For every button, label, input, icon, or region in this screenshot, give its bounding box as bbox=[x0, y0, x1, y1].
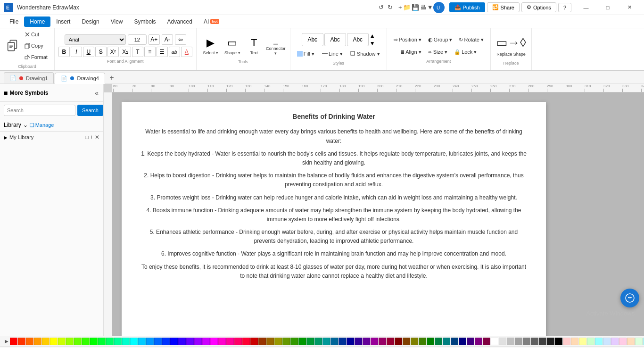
color-swatch-76[interactable] bbox=[619, 338, 627, 345]
copy-button[interactable]: Copy bbox=[22, 41, 50, 51]
menu-advanced[interactable]: Advanced bbox=[162, 17, 198, 27]
color-swatch-39[interactable] bbox=[322, 338, 330, 345]
italic-button[interactable]: I bbox=[71, 47, 82, 57]
options-button[interactable]: ⚙ Options bbox=[521, 2, 556, 12]
color-swatch-74[interactable] bbox=[603, 338, 611, 345]
new-btn[interactable]: + bbox=[398, 4, 402, 11]
my-library-view-button[interactable]: □ bbox=[85, 134, 89, 141]
color-swatch-7[interactable] bbox=[66, 338, 74, 345]
color-swatch-53[interactable] bbox=[435, 338, 442, 345]
search-input[interactable] bbox=[4, 105, 75, 116]
color-swatch-60[interactable] bbox=[491, 338, 498, 345]
color-swatch-65[interactable] bbox=[531, 338, 538, 345]
superscript-button[interactable]: X² bbox=[107, 47, 119, 57]
color-swatch-55[interactable] bbox=[451, 338, 458, 345]
color-swatch-21[interactable] bbox=[178, 338, 186, 345]
color-swatch-59[interactable] bbox=[483, 338, 490, 345]
connector-button[interactable]: ⎯ Connector ▾ bbox=[265, 34, 286, 58]
my-library-row[interactable]: ▶ My Library □ + ✕ bbox=[0, 132, 103, 143]
color-swatch-44[interactable] bbox=[363, 338, 370, 345]
text-effect-button[interactable]: ab bbox=[169, 47, 180, 57]
styles-scroll-down[interactable]: ▼ bbox=[370, 40, 375, 47]
color-swatch-77[interactable] bbox=[627, 338, 635, 345]
my-library-remove-button[interactable]: ✕ bbox=[95, 134, 99, 141]
color-swatch-47[interactable] bbox=[387, 338, 394, 345]
color-swatch-66[interactable] bbox=[539, 338, 546, 345]
color-swatch-37[interactable] bbox=[306, 338, 314, 345]
color-swatch-48[interactable] bbox=[395, 338, 402, 345]
color-swatch-40[interactable] bbox=[330, 338, 338, 345]
open-btn[interactable]: 📁 bbox=[403, 4, 411, 11]
color-swatch-73[interactable] bbox=[595, 338, 603, 345]
color-swatch-16[interactable] bbox=[138, 338, 146, 345]
manage-button[interactable]: ❏ Manage bbox=[30, 122, 54, 128]
color-swatch-71[interactable] bbox=[579, 338, 586, 345]
group-button[interactable]: ◐ Group ▾ bbox=[425, 34, 455, 45]
color-swatch-12[interactable] bbox=[106, 338, 114, 345]
color-swatch-6[interactable] bbox=[58, 338, 66, 345]
format-painter-button[interactable]: Format bbox=[22, 52, 50, 62]
color-swatch-41[interactable] bbox=[339, 338, 346, 345]
shadow-button[interactable]: Shadow ▾ bbox=[347, 49, 383, 59]
color-swatch-18[interactable] bbox=[154, 338, 162, 345]
color-swatch-31[interactable] bbox=[258, 338, 266, 345]
color-swatch-63[interactable] bbox=[515, 338, 522, 345]
strikethrough-button[interactable]: S bbox=[95, 47, 107, 57]
color-swatch-20[interactable] bbox=[170, 338, 178, 345]
color-swatch-49[interactable] bbox=[403, 338, 410, 345]
add-tab-button[interactable]: + bbox=[106, 72, 117, 83]
tab-drawing4[interactable]: 📄 Drawing4 bbox=[55, 73, 105, 84]
share-button[interactable]: 🔁 Share bbox=[487, 2, 520, 12]
color-swatch-14[interactable] bbox=[122, 338, 130, 345]
style-swatch-1[interactable]: Abc bbox=[302, 33, 323, 46]
color-swatch-2[interactable] bbox=[26, 338, 33, 345]
close-button[interactable]: ✕ bbox=[619, 0, 640, 15]
color-swatch-38[interactable] bbox=[314, 338, 322, 345]
color-swatch-26[interactable] bbox=[218, 338, 226, 345]
text-style-button[interactable]: T bbox=[132, 47, 143, 57]
position-button[interactable]: ⇨ Position ▾ bbox=[391, 34, 424, 45]
help-button[interactable]: ? bbox=[558, 3, 571, 12]
paste-button[interactable] bbox=[4, 34, 21, 58]
publish-button[interactable]: 📤 Publish bbox=[449, 2, 485, 12]
color-swatch-68[interactable] bbox=[555, 338, 562, 345]
replace-shape-button[interactable]: ▭→◊ Replace Shape bbox=[495, 33, 528, 59]
color-swatch-46[interactable] bbox=[379, 338, 386, 345]
color-swatch-27[interactable] bbox=[226, 338, 234, 345]
color-swatch-5[interactable] bbox=[50, 338, 58, 345]
color-swatch-17[interactable] bbox=[146, 338, 154, 345]
color-swatch-34[interactable] bbox=[282, 338, 290, 345]
palette-arrow-icon[interactable]: ▶ bbox=[4, 339, 9, 344]
rotate-button[interactable]: ↻ Rotate ▾ bbox=[456, 34, 486, 45]
color-swatch-23[interactable] bbox=[194, 338, 202, 345]
color-swatch-36[interactable] bbox=[298, 338, 306, 345]
undo-button[interactable]: ↺ bbox=[377, 3, 386, 12]
chatbot-button[interactable] bbox=[620, 289, 639, 307]
my-library-add-button[interactable]: + bbox=[90, 134, 93, 141]
size-button[interactable]: ↞ Size ▾ bbox=[425, 47, 450, 57]
color-swatch-45[interactable] bbox=[371, 338, 378, 345]
color-swatch-35[interactable] bbox=[290, 338, 298, 345]
menu-home[interactable]: Home bbox=[24, 17, 50, 27]
color-swatch-8[interactable] bbox=[74, 338, 82, 345]
color-swatch-69[interactable] bbox=[563, 338, 570, 345]
sidebar-collapse-button[interactable]: « bbox=[94, 88, 99, 98]
maximize-button[interactable]: □ bbox=[597, 0, 619, 15]
color-swatch-4[interactable] bbox=[42, 338, 50, 345]
font-size-input[interactable] bbox=[128, 34, 147, 45]
color-swatch-19[interactable] bbox=[162, 338, 170, 345]
bold-button[interactable]: B bbox=[58, 47, 70, 57]
shape-button[interactable]: ▭ Shape ▾ bbox=[222, 34, 243, 58]
user-avatar[interactable]: U bbox=[433, 2, 445, 13]
color-swatch-64[interactable] bbox=[523, 338, 530, 345]
color-swatch-10[interactable] bbox=[90, 338, 98, 345]
list-button[interactable]: ☰ bbox=[157, 47, 168, 57]
more-btn[interactable]: ▼ bbox=[427, 4, 433, 11]
cut-button[interactable]: Cut bbox=[22, 29, 50, 40]
menu-view[interactable]: View bbox=[105, 17, 129, 27]
text-button[interactable]: T Text bbox=[244, 34, 264, 58]
align-button[interactable]: ≣ Align ▾ bbox=[397, 47, 424, 57]
color-swatch-13[interactable] bbox=[114, 338, 122, 345]
color-swatch-75[interactable] bbox=[611, 338, 619, 345]
color-swatch-51[interactable] bbox=[419, 338, 426, 345]
